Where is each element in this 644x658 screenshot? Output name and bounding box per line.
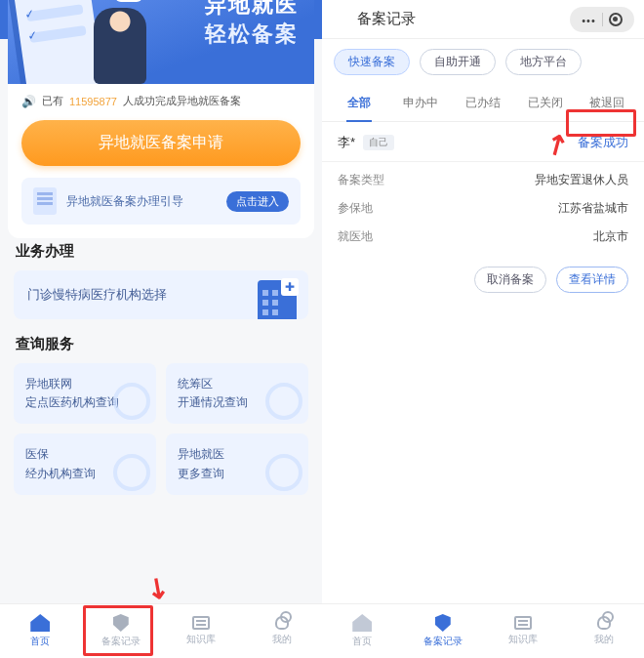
tabbar-left: 首页 备案记录 知识库 我的	[0, 603, 322, 658]
tab-closed[interactable]: 已关闭	[514, 85, 577, 121]
record-kv-list: 备案类型异地安置退休人员 参保地江苏省盐城市 就医地北京市	[322, 162, 644, 259]
query-grid: 异地联网定点医药机构查询 统筹区开通情况查询 医保经办机构查询 异地就医更多查询	[14, 363, 308, 495]
deco-icon	[113, 383, 150, 420]
topbar-right: 备案记录	[322, 0, 644, 39]
query-card-0[interactable]: 异地联网定点医药机构查询	[14, 363, 156, 424]
deco-icon	[265, 383, 302, 420]
tab-me[interactable]: 我的	[242, 604, 323, 658]
guide-enter-button[interactable]: 点击进入	[226, 191, 289, 212]
deco-icon	[265, 454, 302, 491]
tab-kb[interactable]: 知识库	[161, 604, 242, 658]
query-card-3[interactable]: 异地就医更多查询	[166, 433, 308, 494]
record-actions: 取消备案 查看详情	[322, 259, 644, 301]
tab-home[interactable]: 首页	[322, 604, 403, 658]
tab-me[interactable]: 我的	[564, 604, 645, 658]
status-tabs: 全部 申办中 已办结 已关闭 被退回	[322, 85, 644, 122]
close-target-icon[interactable]	[609, 13, 623, 26]
person-illustration	[94, 8, 146, 84]
phone-illustration	[12, 0, 103, 84]
home-icon	[352, 614, 372, 632]
shield-icon	[113, 614, 129, 632]
section-query-title: 查询服务	[0, 331, 322, 363]
query-card-1[interactable]: 统筹区开通情况查询	[166, 363, 308, 424]
query-card-2[interactable]: 医保经办机构查询	[14, 433, 156, 494]
filter-local[interactable]: 地方平台	[505, 49, 582, 75]
success-count-row: 🔊 已有 11595877 人成功完成异地就医备案	[8, 84, 314, 112]
view-detail-button[interactable]: 查看详情	[556, 267, 628, 293]
apply-button[interactable]: 异地就医备案申请	[21, 120, 301, 166]
success-count: 11595877	[69, 96, 117, 107]
book-icon	[192, 616, 210, 630]
person-icon	[597, 616, 611, 630]
tab-home[interactable]: 首页	[0, 604, 81, 658]
tab-record[interactable]: 备案记录	[403, 604, 484, 658]
tab-record[interactable]: 备案记录	[81, 604, 162, 658]
hero-card: 异地就医 轻松备案 🔊 已有 11595877 人成功完成异地就医备案 异地就医…	[8, 0, 314, 238]
guide-text: 异地就医备案办理引导	[66, 193, 183, 210]
filter-fast[interactable]: 快速备案	[334, 49, 410, 75]
tab-returned[interactable]: 被退回	[576, 85, 638, 121]
guide-row[interactable]: 异地就医备案办理引导 点击进入	[21, 178, 301, 225]
tabbar-right: 首页 备案记录 知识库 我的	[322, 603, 644, 658]
record-item: 李* 自己 备案成功	[322, 122, 644, 162]
more-icon[interactable]	[582, 12, 596, 27]
section-biz-title: 业务办理	[0, 238, 322, 270]
arrow-annotation: ↘	[140, 567, 177, 606]
person-icon	[275, 616, 289, 630]
hero-banner: 异地就医 轻松备案	[8, 0, 314, 84]
home-icon	[30, 614, 50, 632]
phone-left: 异地就医 异地就医 轻松备案 🔊 已有 11595877 人成功完成异地就医备案…	[0, 0, 322, 658]
tab-kb[interactable]: 知识库	[483, 604, 564, 658]
deco-icon	[113, 454, 150, 491]
filter-row: 快速备案 自助开通 地方平台	[322, 39, 644, 85]
document-icon	[33, 187, 57, 215]
book-icon	[514, 616, 532, 630]
page-title: 备案记录	[351, 10, 570, 28]
tab-inprog[interactable]: 申办中	[390, 85, 453, 121]
shield-icon	[435, 614, 451, 632]
tab-done[interactable]: 已办结	[452, 85, 514, 121]
relation-badge: 自己	[363, 135, 394, 150]
tab-all[interactable]: 全部	[328, 85, 390, 121]
miniapp-capsule[interactable]	[570, 7, 634, 32]
hospital-icon	[258, 280, 297, 319]
sound-icon: 🔊	[21, 95, 36, 108]
cancel-record-button[interactable]: 取消备案	[474, 267, 546, 293]
status-badge: 备案成功	[578, 134, 628, 151]
record-name: 李*	[338, 134, 355, 151]
speech-bubble-icon	[115, 0, 142, 2]
filter-self[interactable]: 自助开通	[420, 49, 496, 75]
record-head: 李* 自己 备案成功	[338, 134, 628, 151]
biz-card[interactable]: 门诊慢特病医疗机构选择	[14, 270, 308, 319]
hero-slogan: 异地就医 轻松备案	[205, 0, 299, 48]
phone-right: 备案记录 快速备案 自助开通 地方平台 全部 申办中 已办结 已关闭 被退回 李…	[322, 0, 644, 658]
